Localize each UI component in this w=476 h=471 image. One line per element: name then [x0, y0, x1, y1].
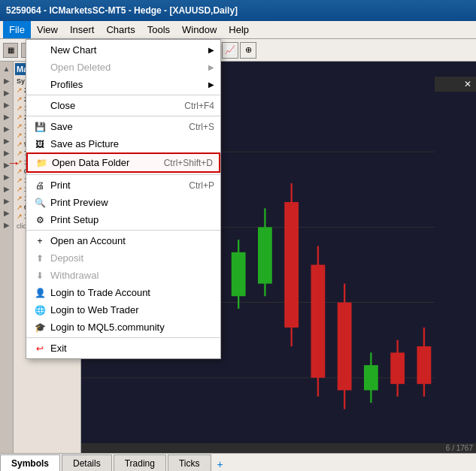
menu-bar: File View Insert Charts Tools Window Hel…	[0, 21, 476, 39]
menu-item-print-setup[interactable]: ⚙ Print Setup	[26, 211, 220, 228]
arrow-icon-14: ↗	[17, 204, 23, 211]
menu-item-login-trade[interactable]: 👤 Login to Trade Account	[26, 284, 220, 301]
open-folder-shortcut: Ctrl+Shift+D	[164, 158, 213, 168]
print-setup-label: Print Setup	[50, 214, 99, 225]
menu-item-save[interactable]: 💾 Save Ctrl+S	[26, 118, 220, 135]
arrow-icon-4: ↗	[17, 113, 23, 121]
separator-2	[26, 116, 220, 116]
save-picture-icon: 🖼	[32, 139, 47, 149]
title-bar: 5259064 - ICMarketsSC-MT5 - Hedge - [XAU…	[0, 0, 476, 21]
separator-5	[26, 337, 220, 338]
open-deleted-label: Open Deleted	[50, 62, 111, 73]
save-label: Save	[50, 121, 73, 132]
tab-details[interactable]: Details	[62, 454, 112, 471]
arrow-icon-5: ↗	[17, 122, 23, 130]
menu-item-open-deleted: Open Deleted ▶	[26, 59, 220, 76]
separator-1	[26, 95, 220, 95]
tab-ticks[interactable]: Ticks	[168, 454, 211, 471]
arrow-icon-6: ↗	[17, 131, 23, 139]
menu-item-new-chart[interactable]: New Chart ▶	[26, 41, 220, 59]
open-account-label: Open an Account	[50, 235, 126, 246]
menu-item-deposit: ⬆ Deposit	[26, 249, 220, 267]
open-account-icon: +	[32, 236, 47, 246]
login-mql5-label: Login to MQL5.community	[50, 322, 165, 333]
tab-add-button[interactable]: +	[213, 457, 228, 471]
sidebar-icon-14: ▶	[2, 221, 12, 231]
menu-item-exit[interactable]: ↩ Exit	[26, 340, 220, 357]
save-picture-label: Save as Picture	[50, 138, 119, 149]
chart-btn-3[interactable]: ⊕	[240, 42, 256, 59]
sidebar-icon-4: ▶	[2, 101, 12, 111]
sidebar-icon-2: ▶	[2, 77, 12, 87]
title-text: 5259064 - ICMarketsSC-MT5 - Hedge - [XAU…	[6, 5, 238, 16]
arrow-icon-1: ↗	[17, 86, 23, 94]
profiles-label: Profiles	[50, 79, 83, 90]
menu-window[interactable]: Window	[176, 21, 223, 38]
tab-trading[interactable]: Trading	[114, 454, 166, 471]
save-icon: 💾	[32, 122, 47, 132]
menu-tools[interactable]: Tools	[141, 21, 176, 38]
left-sidebar: ▲ ▶ ▶ ▶ ▶ ▶ ▶ ▶ ▶ ▶ ▶ ▶ ▶ ▶	[0, 62, 14, 453]
new-chart-label: New Chart	[50, 44, 96, 56]
open-folder-label: Open Data Folder	[52, 157, 129, 168]
arrow-icon-12: ↗	[17, 186, 23, 193]
chart-status-bar: 6 / 1767	[81, 443, 476, 453]
menu-file[interactable]: File	[3, 21, 31, 38]
chart-btn-2[interactable]: 📈	[222, 42, 238, 59]
print-preview-icon: 🔍	[32, 198, 47, 208]
chart-close-button[interactable]: ✕	[464, 79, 471, 89]
withdrawal-icon: ⬇	[32, 270, 47, 281]
menu-item-close[interactable]: Close Ctrl+F4	[26, 97, 220, 114]
login-trade-icon: 👤	[32, 288, 47, 298]
menu-item-open-data-folder[interactable]: → 📁 Open Data Folder Ctrl+Shift+D	[26, 152, 220, 173]
arrow-icon-2: ↗	[17, 95, 23, 103]
open-folder-icon: 📁	[34, 158, 49, 168]
open-deleted-arrow: ▶	[208, 63, 214, 71]
exit-label: Exit	[50, 343, 67, 354]
save-shortcut: Ctrl+S	[189, 122, 214, 132]
sidebar-icon-1: ▲	[2, 65, 12, 75]
menu-help[interactable]: Help	[223, 21, 255, 38]
menu-insert[interactable]: Insert	[64, 21, 101, 38]
sidebar-icon-11: ▶	[2, 185, 12, 195]
bottom-tabs: Symbols Details Trading Ticks +	[0, 453, 476, 471]
sidebar-icon-13: ▶	[2, 209, 12, 219]
red-arrow-indicator: →	[7, 155, 20, 171]
exit-icon: ↩	[32, 343, 47, 354]
menu-view[interactable]: View	[31, 21, 64, 38]
separator-3	[26, 174, 220, 175]
file-dropdown-menu: New Chart ▶ Open Deleted ▶ Profiles ▶ Cl…	[26, 39, 221, 359]
menu-item-login-mql5[interactable]: 🎓 Login to MQL5.community	[26, 319, 220, 336]
menu-item-login-web[interactable]: 🌐 Login to Web Trader	[26, 301, 220, 319]
deposit-label: Deposit	[50, 252, 83, 264]
sidebar-icon-10: ▶	[2, 173, 12, 183]
sidebar-icon-6: ▶	[2, 125, 12, 135]
tab-symbols[interactable]: Symbols	[0, 454, 60, 471]
menu-charts[interactable]: Charts	[100, 21, 141, 38]
menu-item-print-preview[interactable]: 🔍 Print Preview	[26, 194, 220, 211]
login-web-icon: 🌐	[32, 305, 47, 316]
print-icon: 🖨	[32, 180, 47, 191]
menu-item-open-account[interactable]: + Open an Account	[26, 232, 220, 249]
print-setup-icon: ⚙	[32, 215, 47, 225]
login-trade-label: Login to Trade Account	[50, 287, 150, 298]
arrow-icon-15: ↗	[17, 213, 23, 220]
sidebar-icon-7: ▶	[2, 137, 12, 147]
menu-item-print[interactable]: 🖨 Print Ctrl+P	[26, 177, 220, 194]
sidebar-icon-3: ▶	[2, 89, 12, 99]
arrow-icon-7: ↗	[17, 140, 23, 148]
chart-page-info: 6 / 1767	[446, 444, 473, 452]
sidebar-icon-5: ▶	[2, 113, 12, 123]
toolbar-icon-1[interactable]: ▦	[3, 43, 18, 58]
sidebar-icon-12: ▶	[2, 197, 12, 207]
print-shortcut: Ctrl+P	[189, 180, 214, 191]
arrow-icon-3: ↗	[17, 104, 23, 112]
new-chart-arrow: ▶	[208, 46, 214, 54]
print-label: Print	[50, 180, 71, 191]
separator-4	[26, 230, 220, 231]
menu-item-save-as-picture[interactable]: 🖼 Save as Picture	[26, 135, 220, 152]
menu-item-withdrawal: ⬇ Withdrawal	[26, 267, 220, 284]
close-shortcut: Ctrl+F4	[184, 101, 214, 111]
close-label: Close	[50, 100, 75, 111]
menu-item-profiles[interactable]: Profiles ▶	[26, 76, 220, 93]
